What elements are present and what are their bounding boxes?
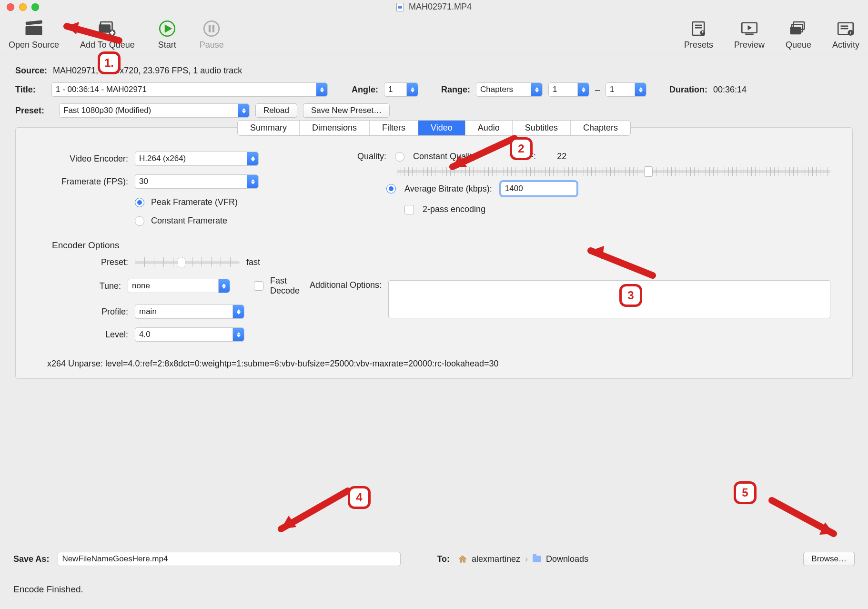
annotation-badge-1: 1. bbox=[98, 51, 121, 74]
chevron-updown-icon bbox=[232, 328, 244, 341]
chevron-updown-icon bbox=[406, 83, 418, 96]
reload-button[interactable]: Reload bbox=[255, 103, 297, 118]
start-button[interactable]: Start bbox=[156, 19, 179, 50]
close-window-button[interactable] bbox=[7, 3, 14, 11]
fast-decode-check[interactable] bbox=[254, 281, 263, 291]
avg-bitrate-input[interactable]: 1400 bbox=[501, 182, 577, 196]
angle-value: 1 bbox=[388, 85, 393, 94]
encopt-tune-select[interactable]: none bbox=[128, 279, 230, 293]
svg-point-9 bbox=[204, 21, 220, 36]
svg-rect-10 bbox=[209, 25, 211, 32]
activity-icon: i bbox=[834, 19, 857, 38]
tab-chapters[interactable]: Chapters bbox=[571, 121, 630, 135]
range-to-select[interactable]: 1 bbox=[606, 82, 646, 97]
encopt-level-select[interactable]: 4.0 bbox=[135, 327, 244, 342]
x264-unparse: x264 Unparse: level=4.0:ref=2:8x8dct=0:w… bbox=[47, 359, 830, 369]
tab-summary[interactable]: Summary bbox=[238, 121, 300, 135]
avg-bitrate-radio[interactable] bbox=[386, 184, 396, 193]
constant-framerate-radio[interactable] bbox=[135, 216, 144, 226]
titlebar: MAH02971.MP4 bbox=[0, 0, 868, 14]
chevron-updown-icon bbox=[218, 279, 230, 293]
quality-label: Quality: bbox=[353, 152, 386, 162]
start-label: Start bbox=[158, 40, 176, 50]
zoom-window-button[interactable] bbox=[31, 3, 39, 11]
folder-icon bbox=[533, 556, 541, 562]
open-source-button[interactable]: Open Source bbox=[9, 19, 59, 50]
constant-framerate-label: Constant Framerate bbox=[151, 216, 227, 226]
avg-bitrate-label: Average Bitrate (kbps): bbox=[404, 184, 492, 194]
svg-rect-1 bbox=[26, 20, 43, 25]
presets-label: Presets bbox=[684, 40, 713, 50]
encopt-preset-slider[interactable] bbox=[135, 261, 240, 264]
pause-label: Pause bbox=[200, 40, 224, 50]
window-controls bbox=[7, 3, 39, 11]
preset-select[interactable]: Fast 1080p30 (Modified) bbox=[59, 103, 250, 118]
queue-button[interactable]: Queue bbox=[786, 19, 811, 50]
constant-quality-radio[interactable] bbox=[395, 152, 404, 162]
toolbar: Open Source Add To Queue Start Pause Pre… bbox=[0, 14, 868, 54]
tab-dimensions[interactable]: Dimensions bbox=[300, 121, 370, 135]
tab-panel: Summary Dimensions Filters Video Audio S… bbox=[15, 127, 853, 379]
chevron-updown-icon bbox=[238, 104, 249, 117]
svg-marker-29 bbox=[459, 556, 466, 562]
video-encoder-select[interactable]: H.264 (x264) bbox=[135, 152, 259, 166]
encopt-tune-value: none bbox=[132, 281, 150, 291]
annotation-arrow-2 bbox=[443, 133, 519, 174]
document-icon bbox=[396, 3, 404, 11]
preview-icon bbox=[738, 19, 761, 38]
additional-options-textarea[interactable] bbox=[388, 280, 830, 318]
queue-icon bbox=[787, 19, 810, 38]
two-pass-check[interactable] bbox=[404, 205, 414, 214]
peak-vfr-radio[interactable] bbox=[135, 198, 144, 207]
title-select[interactable]: 1 - 00:36:14 - MAH02971 bbox=[51, 82, 328, 97]
save-as-input[interactable]: NewFileNameGoesHere.mp4 bbox=[58, 552, 401, 566]
annotation-badge-3: 3 bbox=[619, 284, 642, 307]
source-value: MAH02971, 1280x720, 23.976 FPS, 1 audio … bbox=[53, 66, 242, 76]
browse-button[interactable]: Browse… bbox=[803, 552, 855, 566]
chevron-right-icon: › bbox=[525, 554, 528, 564]
source-label: Source: bbox=[15, 66, 47, 76]
to-label: To: bbox=[437, 554, 450, 564]
chevron-updown-icon bbox=[635, 83, 646, 96]
encopt-profile-select[interactable]: main bbox=[135, 304, 244, 319]
svg-rect-17 bbox=[702, 31, 703, 33]
encopt-preset-label: Preset: bbox=[38, 257, 128, 267]
range-label: Range: bbox=[441, 85, 470, 95]
chevron-updown-icon bbox=[247, 152, 258, 165]
framerate-label: Framerate (FPS): bbox=[38, 177, 128, 187]
destination-breadcrumb[interactable]: alexmartinez › Downloads bbox=[458, 554, 588, 564]
encoder-options-header: Encoder Options bbox=[52, 240, 315, 251]
video-encoder-value: H.264 (x264) bbox=[139, 154, 186, 163]
save-new-preset-button[interactable]: Save New Preset… bbox=[303, 103, 390, 118]
annotation-arrow-4 bbox=[272, 486, 353, 536]
svg-marker-8 bbox=[165, 24, 172, 33]
tab-filters[interactable]: Filters bbox=[370, 121, 418, 135]
clapperboard-icon bbox=[22, 19, 45, 38]
rf-value: 22 bbox=[557, 152, 566, 162]
range-from-select[interactable]: 1 bbox=[548, 82, 589, 97]
save-as-value: NewFileNameGoesHere.mp4 bbox=[62, 554, 168, 564]
video-encoder-label: Video Encoder: bbox=[38, 154, 128, 164]
avg-bitrate-value: 1400 bbox=[505, 184, 523, 193]
minimize-window-button[interactable] bbox=[19, 3, 27, 11]
activity-button[interactable]: i Activity bbox=[832, 19, 859, 50]
tab-subtitles[interactable]: Subtitles bbox=[513, 121, 571, 135]
angle-select[interactable]: 1 bbox=[384, 82, 418, 97]
svg-rect-11 bbox=[212, 25, 214, 32]
additional-options-label: Additional Options: bbox=[296, 280, 382, 290]
presets-button[interactable]: Presets bbox=[684, 19, 713, 50]
preset-label: Preset: bbox=[15, 106, 53, 116]
framerate-select[interactable]: 30 bbox=[135, 174, 259, 189]
range-mode-value: Chapters bbox=[480, 85, 513, 94]
encopt-level-label: Level: bbox=[38, 330, 128, 340]
preview-button[interactable]: Preview bbox=[734, 19, 765, 50]
home-icon bbox=[458, 555, 467, 563]
chevron-updown-icon bbox=[577, 83, 589, 96]
chevron-updown-icon bbox=[232, 305, 244, 318]
annotation-badge-5: 5 bbox=[734, 481, 757, 504]
reload-label: Reload bbox=[263, 106, 289, 115]
preset-value: Fast 1080p30 (Modified) bbox=[63, 106, 151, 115]
annotation-badge-2: 2 bbox=[510, 137, 533, 160]
peak-vfr-label: Peak Framerate (VFR) bbox=[151, 197, 238, 207]
range-mode-select[interactable]: Chapters bbox=[476, 82, 543, 97]
